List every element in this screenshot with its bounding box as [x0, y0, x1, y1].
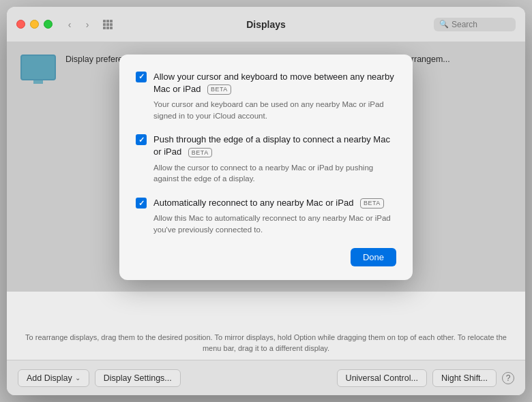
option3-header: Automatically reconnect to any nearby Ma… [136, 197, 396, 209]
option1-title: Allow your cursor and keyboard to move b… [153, 71, 396, 95]
night-shift-button[interactable]: Night Shift... [432, 369, 497, 387]
option1-header: Allow your cursor and keyboard to move b… [136, 71, 396, 95]
svg-rect-5 [110, 23, 113, 26]
option3-beta-badge: BETA [360, 198, 384, 208]
modal-footer: Done [136, 248, 396, 266]
svg-rect-3 [103, 23, 106, 26]
maximize-button[interactable] [44, 20, 53, 29]
universal-control-modal: Allow your cursor and keyboard to move b… [119, 55, 413, 280]
display-settings-label: Display Settings... [104, 373, 172, 383]
grid-button[interactable] [100, 17, 115, 32]
option-cursor-keyboard: Allow your cursor and keyboard to move b… [136, 71, 396, 122]
close-button[interactable] [16, 20, 25, 29]
option2-description: Allow the cursor to connect to a nearby … [153, 162, 396, 185]
search-bar[interactable]: 🔍 [434, 18, 516, 31]
option-auto-reconnect: Automatically reconnect to any nearby Ma… [136, 197, 396, 236]
main-window: ‹ › Displays 🔍 [7, 7, 525, 395]
option2-title: Push through the edge of a display to co… [153, 134, 396, 158]
option2-beta-badge: BETA [188, 148, 212, 158]
traffic-lights [16, 20, 53, 29]
titlebar: ‹ › Displays 🔍 [7, 7, 525, 42]
bottom-bar: Add Display ⌄ Display Settings... Univer… [7, 360, 525, 395]
svg-rect-0 [103, 20, 106, 22]
footer-info: To rearrange displays, drag them to the … [7, 327, 525, 360]
done-button[interactable]: Done [351, 248, 396, 266]
back-button[interactable]: ‹ [62, 17, 77, 32]
add-display-button[interactable]: Add Display ⌄ [18, 369, 89, 387]
right-actions: Universal Control... Night Shift... ? [337, 369, 514, 387]
minimize-button[interactable] [30, 20, 39, 29]
main-content: Display preferences control the resoluti… [7, 42, 525, 327]
svg-rect-6 [103, 27, 106, 29]
universal-control-label: Universal Control... [346, 373, 418, 383]
option1-title-text: Allow your cursor and keyboard to move b… [153, 72, 394, 94]
option1-beta-badge: BETA [207, 84, 231, 95]
svg-rect-7 [106, 27, 109, 29]
display-settings-button[interactable]: Display Settings... [95, 369, 181, 387]
night-shift-label: Night Shift... [441, 373, 488, 383]
option2-header: Push through the edge of a display to co… [136, 134, 396, 158]
help-icon: ? [506, 373, 511, 383]
option3-description: Allow this Mac to automatically reconnec… [153, 213, 396, 235]
option1-checkbox[interactable] [136, 72, 147, 82]
option1-description: Your cursor and keyboard can be used on … [153, 99, 396, 121]
svg-rect-8 [110, 27, 113, 29]
svg-rect-1 [106, 20, 109, 22]
help-button[interactable]: ? [502, 372, 514, 384]
option-push-through: Push through the edge of a display to co… [136, 134, 396, 185]
search-input[interactable] [452, 20, 506, 29]
option3-title-text: Automatically reconnect to any nearby Ma… [153, 198, 353, 208]
search-icon: 🔍 [439, 20, 449, 29]
option3-title: Automatically reconnect to any nearby Ma… [153, 197, 384, 209]
option2-checkbox[interactable] [136, 134, 147, 145]
window-title: Displays [246, 19, 286, 30]
universal-control-button[interactable]: Universal Control... [337, 369, 427, 387]
svg-rect-4 [106, 23, 109, 26]
svg-rect-2 [110, 20, 113, 22]
forward-button[interactable]: › [80, 17, 95, 32]
chevron-down-icon: ⌄ [75, 374, 80, 382]
add-display-label: Add Display [27, 373, 72, 383]
nav-buttons: ‹ › [62, 17, 115, 32]
option3-checkbox[interactable] [136, 198, 147, 208]
modal-overlay: Allow your cursor and keyboard to move b… [7, 42, 525, 292]
